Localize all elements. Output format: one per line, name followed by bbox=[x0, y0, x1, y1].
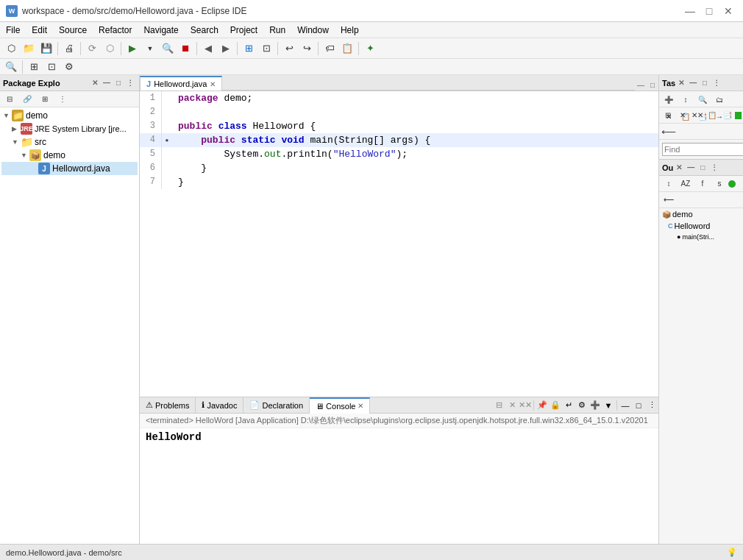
undo-button[interactable]: ↩ bbox=[281, 40, 297, 57]
console-display-btn[interactable]: ▼ bbox=[602, 399, 615, 412]
open-button[interactable]: 📁 bbox=[21, 40, 37, 57]
debug-button[interactable]: ⬡ bbox=[102, 40, 118, 57]
prev-button[interactable]: ◀ bbox=[200, 40, 216, 57]
outline-method-icon[interactable]: f bbox=[694, 176, 711, 192]
outline-item-helloword[interactable]: C Helloword bbox=[659, 220, 743, 232]
console-scroll-lock-btn[interactable]: 🔒 bbox=[549, 399, 562, 412]
filter-task-icon[interactable]: 🔍 bbox=[694, 91, 711, 107]
javadoc-tab[interactable]: ℹ Javadoc bbox=[196, 397, 243, 414]
editor-tab-helloword[interactable]: J Helloword.java ✕ bbox=[140, 76, 222, 91]
minimize-button[interactable]: — bbox=[681, 4, 699, 18]
task-action3[interactable]: ✕✕ bbox=[691, 107, 705, 124]
code-editor[interactable]: 1 package demo; 2 3 public class H bbox=[140, 91, 658, 397]
console-pref-btn[interactable]: ⚙ bbox=[575, 399, 589, 412]
mark-button[interactable]: 🏷 bbox=[321, 40, 338, 57]
new-pkg-icon[interactable]: ⊞ bbox=[37, 91, 53, 107]
console-max-btn[interactable]: □ bbox=[632, 399, 645, 412]
outline-close-btn[interactable]: ✕ bbox=[673, 162, 685, 174]
outline-field-icon[interactable]: s bbox=[711, 176, 728, 192]
sort-task-icon[interactable]: ↕ bbox=[678, 91, 694, 107]
outline-collapse-icon[interactable]: ⟵ bbox=[661, 192, 677, 208]
tasks-max-btn[interactable]: □ bbox=[699, 77, 711, 89]
console-terminate2-btn[interactable]: ✕✕ bbox=[519, 399, 532, 412]
menu-project[interactable]: Project bbox=[224, 22, 263, 38]
problems-tab[interactable]: ⚠ Problems bbox=[140, 397, 196, 414]
outline-az-icon[interactable]: AZ bbox=[678, 176, 694, 192]
tree-item-demo-project[interactable]: ▼ 📁 demo bbox=[1, 109, 138, 122]
tasks-min-btn[interactable]: — bbox=[687, 77, 699, 89]
task-action2[interactable]: ✕ bbox=[675, 107, 689, 124]
outline-item-demo[interactable]: 📦 demo bbox=[659, 208, 743, 220]
collapse-all-icon[interactable]: ⊟ bbox=[1, 91, 18, 107]
package-explorer-close[interactable]: ✕ bbox=[89, 77, 101, 89]
view-menu-icon[interactable]: ⋮ bbox=[54, 91, 71, 107]
task-nav-icon[interactable]: ⟵ bbox=[661, 124, 677, 140]
link-with-editor-icon[interactable]: 🔗 bbox=[19, 91, 35, 107]
tasks-close-btn[interactable]: ✕ bbox=[675, 77, 687, 89]
editor-max-btn[interactable]: □ bbox=[647, 79, 658, 91]
tree-item-demo-pkg[interactable]: ▼ 📦 demo bbox=[1, 149, 138, 162]
package-explorer-menu[interactable]: ⋮ bbox=[124, 77, 136, 89]
outline-demo-label: demo bbox=[672, 210, 693, 219]
menu-search[interactable]: Search bbox=[185, 22, 224, 38]
console-tab-close[interactable]: ✕ bbox=[358, 402, 363, 410]
task-action5[interactable]: 📑 bbox=[720, 107, 734, 124]
outline-max-btn[interactable]: □ bbox=[697, 162, 708, 174]
menu-help[interactable]: Help bbox=[335, 22, 365, 38]
tree-item-src[interactable]: ▼ 📁 src bbox=[1, 135, 138, 149]
console-view-menu-btn[interactable]: ⋮ bbox=[645, 399, 658, 412]
menu-file[interactable]: File bbox=[0, 22, 26, 38]
new-button[interactable]: ⬡ bbox=[3, 40, 19, 57]
tab-close-btn[interactable]: ✕ bbox=[210, 80, 216, 88]
print-button[interactable]: 🖨 bbox=[61, 40, 77, 57]
console-min-btn[interactable]: — bbox=[619, 399, 632, 412]
task-action1[interactable]: ⊞ bbox=[661, 107, 675, 124]
perspective-button[interactable]: ⊞ bbox=[241, 40, 257, 57]
declaration-tab[interactable]: 📄 Declaration bbox=[243, 397, 310, 414]
redo-button[interactable]: ↪ bbox=[299, 40, 315, 57]
package-explorer-min[interactable]: — bbox=[101, 77, 113, 89]
console-word-wrap-btn[interactable]: ↵ bbox=[562, 399, 575, 412]
menu-run[interactable]: Run bbox=[263, 22, 291, 38]
console-new-btn[interactable]: ➕ bbox=[589, 399, 602, 412]
save-button[interactable]: 💾 bbox=[38, 40, 54, 57]
grid-icon[interactable]: ⊞ bbox=[26, 59, 42, 75]
console-terminate-btn[interactable]: ✕ bbox=[505, 399, 519, 412]
run-dropdown[interactable]: ▼ bbox=[142, 40, 158, 57]
outline-menu-btn[interactable]: ⋮ bbox=[708, 162, 720, 174]
console-clear-btn[interactable]: ⊟ bbox=[492, 399, 505, 412]
search-button[interactable]: 🔍 bbox=[160, 40, 176, 57]
menu-window[interactable]: Window bbox=[291, 22, 335, 38]
add-task-icon[interactable]: ➕ bbox=[661, 91, 677, 107]
tree-item-jre[interactable]: ▶ JRE JRE System Library [jre... bbox=[1, 122, 138, 135]
outline-sort-icon[interactable]: ↕ bbox=[661, 176, 677, 192]
menu-refactor[interactable]: Refactor bbox=[93, 22, 138, 38]
eclipse-button[interactable]: ✦ bbox=[362, 40, 378, 57]
outline-item-main[interactable]: ● main(Stri... bbox=[659, 232, 743, 242]
group-task-icon[interactable]: 🗂 bbox=[711, 91, 728, 107]
tasks-title: Tas bbox=[662, 79, 675, 88]
menu-source[interactable]: Source bbox=[53, 22, 93, 38]
close-button[interactable]: ✕ bbox=[719, 4, 737, 18]
editor-min-btn[interactable]: — bbox=[635, 79, 647, 91]
open-perspective[interactable]: ⊡ bbox=[258, 40, 274, 57]
console-pin-btn[interactable]: 📌 bbox=[536, 399, 549, 412]
task-action4[interactable]: 📋 bbox=[705, 107, 719, 124]
menu-edit[interactable]: Edit bbox=[26, 22, 53, 38]
refresh-button[interactable]: ⟳ bbox=[84, 40, 100, 57]
tree-item-helloword[interactable]: J Helloword.java bbox=[1, 162, 138, 175]
menu-navigate[interactable]: Navigate bbox=[138, 22, 184, 38]
console-tab[interactable]: 🖥 Console ✕ bbox=[310, 397, 370, 414]
settings-icon[interactable]: ⚙ bbox=[61, 59, 77, 75]
maximize-button[interactable]: □ bbox=[700, 4, 718, 18]
package-explorer-max[interactable]: □ bbox=[113, 77, 124, 89]
search-icon[interactable]: 🔍 bbox=[3, 59, 19, 75]
stop-button[interactable]: ⏹ bbox=[177, 40, 193, 57]
find-input[interactable] bbox=[662, 143, 743, 156]
tasks-menu-btn[interactable]: ⋮ bbox=[711, 77, 722, 89]
run-button[interactable]: ▶ bbox=[124, 40, 141, 57]
outline-min-btn[interactable]: — bbox=[685, 162, 697, 174]
task-button[interactable]: 📋 bbox=[339, 40, 355, 57]
next-button[interactable]: ▶ bbox=[218, 40, 234, 57]
connect-icon[interactable]: ⊡ bbox=[43, 59, 60, 75]
